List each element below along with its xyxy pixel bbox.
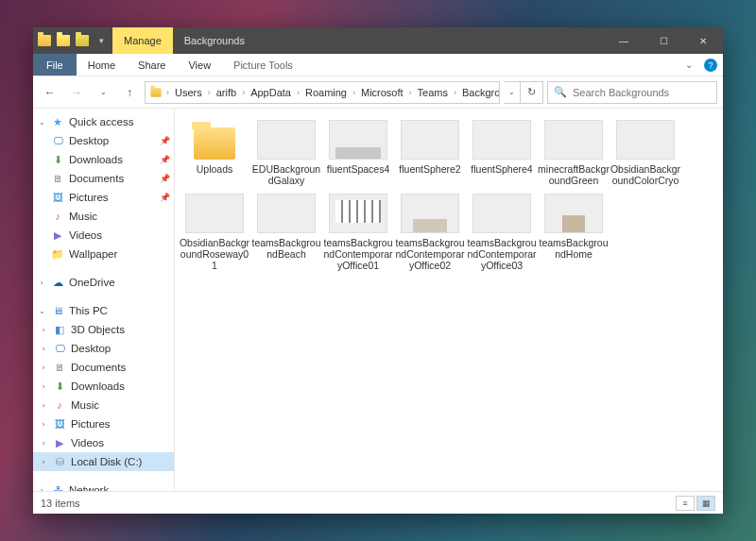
crumb-backgrounds[interactable]: Backgrounds	[460, 87, 500, 98]
maximize-button[interactable]: ☐	[644, 27, 683, 54]
collapse-icon[interactable]: ⌄	[37, 307, 46, 315]
nav-this-pc[interactable]: ⌄ 🖥 This PC	[33, 301, 174, 320]
crumb-roaming[interactable]: Roaming	[303, 87, 349, 98]
collapse-icon[interactable]: ⌄	[37, 118, 46, 127]
nav-forward-button[interactable]: →	[65, 81, 88, 104]
crumb-appdata[interactable]: AppData	[249, 87, 293, 98]
items-view[interactable]: UploadsEDUBackgroundGalaxyfluentSpaces4f…	[175, 109, 723, 491]
crumb-microsoft[interactable]: Microsoft	[359, 87, 405, 98]
nav-item[interactable]: ›⛁Local Disk (C:)	[33, 452, 174, 471]
music-icon: ♪	[50, 209, 65, 224]
refresh-button[interactable]: ↻	[521, 81, 543, 104]
nav-item[interactable]: ⬇Downloads📌	[33, 150, 174, 169]
file-item[interactable]: EDUBackgroundGalaxy	[250, 120, 322, 186]
nav-item[interactable]: ›♪Music	[33, 396, 174, 414]
nav-item[interactable]: 🗎Documents📌	[33, 169, 174, 188]
nav-back-button[interactable]: ←	[39, 81, 61, 104]
nav-recent-dropdown[interactable]: ⌄	[92, 81, 114, 104]
contextual-tab-manage[interactable]: Manage	[112, 27, 173, 54]
expand-icon[interactable]: ›	[39, 420, 48, 429]
window-title: Backgrounds	[173, 27, 256, 54]
nav-item-label: Desktop	[69, 135, 109, 146]
expand-icon[interactable]: ›	[39, 439, 48, 448]
expand-icon[interactable]: ›	[39, 345, 48, 353]
ribbon-tab-home[interactable]: Home	[77, 56, 127, 75]
nav-item[interactable]: 🖼Pictures📌	[33, 188, 174, 207]
expand-icon[interactable]: ›	[39, 326, 48, 334]
file-item[interactable]: fluentSpaces4	[322, 120, 394, 186]
file-item[interactable]: teamsBackgroundHome	[538, 194, 610, 271]
item-label: minecraftBackgroundGreen	[538, 163, 610, 186]
ribbon-expand-icon[interactable]: ⌄	[679, 59, 698, 70]
nav-item[interactable]: ♪Music	[33, 207, 174, 226]
nav-item[interactable]: ›◧3D Objects	[33, 320, 174, 339]
nav-up-button[interactable]: ↑	[118, 81, 141, 104]
nav-item[interactable]: ›🖼Pictures	[33, 414, 174, 433]
item-label: teamsBackgroundBeach	[250, 237, 322, 260]
explorer-window: ▾ Manage Backgrounds — ☐ ✕ File Home Sha…	[33, 27, 723, 514]
chevron-right-icon[interactable]: ›	[164, 88, 171, 97]
breadcrumb[interactable]: › Users › arifb › AppData › Roaming › Mi…	[145, 81, 500, 104]
nav-item[interactable]: ›🖵Desktop	[33, 339, 174, 358]
file-item[interactable]: fluentSphere2	[394, 120, 466, 186]
nav-item[interactable]: 🖵Desktop📌	[33, 131, 174, 150]
qat-newfolder-icon[interactable]	[75, 33, 90, 48]
ribbon-tab-file[interactable]: File	[33, 54, 77, 76]
nav-item[interactable]: ›🗎Documents	[33, 358, 174, 377]
close-button[interactable]: ✕	[683, 27, 723, 54]
content-body: ⌄ ★ Quick access 🖵Desktop📌⬇Downloads📌🗎Do…	[33, 109, 723, 491]
file-item[interactable]: ObsidianBackgroundColorCryo	[610, 120, 681, 186]
item-label: fluentSphere4	[471, 163, 532, 175]
file-item[interactable]: ObsidianBackgroundRoseway01	[179, 194, 250, 271]
3d-icon: ◧	[52, 322, 67, 337]
file-item[interactable]: teamsBackgroundContemporaryOffice01	[322, 194, 394, 271]
nav-item[interactable]: 📁Wallpaper	[33, 245, 174, 263]
image-thumbnail	[329, 194, 387, 233]
nav-onedrive[interactable]: › ☁ OneDrive	[33, 273, 174, 292]
nav-item-label: Videos	[71, 437, 104, 448]
file-item[interactable]: teamsBackgroundBeach	[250, 194, 322, 271]
qat-customize-icon[interactable]: ▾	[94, 33, 109, 48]
crumb-teams[interactable]: Teams	[416, 87, 450, 98]
nav-item-label: 3D Objects	[71, 324, 125, 335]
chevron-right-icon[interactable]: ›	[351, 88, 357, 97]
crumb-users[interactable]: Users	[173, 87, 204, 98]
chevron-right-icon[interactable]: ›	[407, 88, 414, 97]
chevron-right-icon[interactable]: ›	[240, 88, 247, 97]
ribbon-tab-share[interactable]: Share	[127, 56, 177, 75]
nav-quick-access[interactable]: ⌄ ★ Quick access	[33, 112, 174, 131]
file-item[interactable]: teamsBackgroundContemporaryOffice03	[466, 194, 538, 271]
item-label: EDUBackgroundGalaxy	[250, 163, 322, 186]
titlebar[interactable]: ▾ Manage Backgrounds — ☐ ✕	[33, 27, 723, 54]
expand-icon[interactable]: ›	[39, 458, 48, 466]
search-box[interactable]: 🔍	[547, 81, 717, 104]
nav-item[interactable]: ▶Videos	[33, 226, 174, 245]
file-item[interactable]: Uploads	[179, 120, 250, 186]
chevron-right-icon[interactable]: ›	[295, 88, 301, 97]
nav-item[interactable]: ›⬇Downloads	[33, 377, 174, 396]
file-item[interactable]: fluentSphere4	[466, 120, 538, 186]
expand-icon[interactable]: ›	[39, 401, 48, 410]
expand-icon[interactable]: ›	[39, 363, 48, 372]
chevron-right-icon[interactable]: ›	[452, 88, 458, 97]
navigation-pane[interactable]: ⌄ ★ Quick access 🖵Desktop📌⬇Downloads📌🗎Do…	[33, 109, 175, 491]
titlebar-drag-area[interactable]	[256, 27, 604, 54]
crumb-user[interactable]: arifb	[215, 87, 238, 98]
view-details-button[interactable]: ≡	[676, 496, 695, 511]
minimize-button[interactable]: —	[604, 27, 644, 54]
expand-icon[interactable]: ›	[37, 279, 46, 287]
ribbon-tab-view[interactable]: View	[177, 56, 222, 75]
file-item[interactable]: teamsBackgroundContemporaryOffice02	[394, 194, 466, 271]
help-icon[interactable]: ?	[704, 59, 717, 72]
search-input[interactable]	[573, 87, 711, 98]
ribbon-tab-picture-tools[interactable]: Picture Tools	[222, 56, 304, 75]
nav-item[interactable]: ›▶Videos	[33, 433, 174, 452]
nav-item-label: Wallpaper	[69, 248, 117, 260]
nav-network[interactable]: › 🖧 Network	[33, 481, 174, 491]
expand-icon[interactable]: ›	[39, 382, 48, 391]
file-item[interactable]: minecraftBackgroundGreen	[538, 120, 610, 186]
chevron-right-icon[interactable]: ›	[206, 88, 213, 97]
qat-properties-icon[interactable]	[56, 33, 71, 48]
breadcrumb-dropdown-icon[interactable]: ⌄	[504, 81, 521, 104]
view-thumbnails-button[interactable]: ▦	[696, 496, 715, 511]
